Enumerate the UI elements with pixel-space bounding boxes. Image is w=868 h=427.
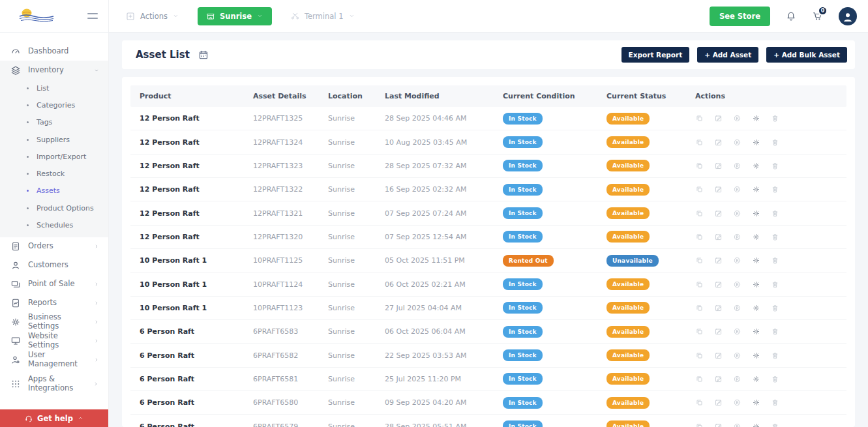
- sidebar-item-user-management[interactable]: User Management: [0, 351, 108, 370]
- calendar-filter-button[interactable]: [198, 50, 209, 60]
- add-bulk-asset-button[interactable]: + Add Bulk Asset: [766, 47, 847, 63]
- trash-action-button[interactable]: [771, 256, 779, 265]
- user-avatar[interactable]: [839, 7, 857, 25]
- actions-dropdown[interactable]: Actions: [125, 11, 179, 22]
- sidebar-item-product-options[interactable]: Product Options: [0, 199, 108, 216]
- sidebar-item-inventory[interactable]: Inventory: [0, 61, 108, 80]
- store-selector-button[interactable]: Sunrise: [198, 7, 272, 25]
- edit-action-button[interactable]: [714, 398, 723, 407]
- copy-action-button[interactable]: [695, 209, 704, 218]
- gear-action-button[interactable]: [752, 351, 760, 360]
- edit-action-button[interactable]: [714, 233, 723, 241]
- sidebar-item-tags[interactable]: Tags: [0, 114, 108, 131]
- edit-action-button[interactable]: [714, 138, 723, 147]
- copy-action-button[interactable]: [695, 162, 704, 170]
- trash-action-button[interactable]: [771, 280, 779, 289]
- edit-action-button[interactable]: [714, 304, 723, 312]
- registered-action-button[interactable]: [733, 327, 741, 336]
- sidebar-item-customers[interactable]: Customers: [0, 256, 108, 275]
- sidebar-item-business-settings[interactable]: Business Settings: [0, 313, 108, 332]
- sidebar-item-restock[interactable]: Restock: [0, 165, 108, 182]
- registered-action-button[interactable]: [733, 162, 741, 170]
- sidebar-item-apps-integrations[interactable]: Apps & Integrations: [0, 370, 108, 398]
- trash-action-button[interactable]: [771, 398, 779, 407]
- trash-action-button[interactable]: [771, 114, 779, 123]
- registered-action-button[interactable]: [733, 114, 741, 123]
- trash-action-button[interactable]: [771, 327, 779, 336]
- edit-action-button[interactable]: [714, 422, 723, 427]
- copy-action-button[interactable]: [695, 351, 704, 360]
- registered-action-button[interactable]: [733, 209, 741, 218]
- trash-action-button[interactable]: [771, 375, 779, 383]
- sidebar-item-suppliers[interactable]: Suppliers: [0, 131, 108, 148]
- see-store-button[interactable]: See Store: [710, 7, 770, 26]
- get-help-button[interactable]: Get help: [0, 409, 108, 427]
- copy-action-button[interactable]: [695, 280, 704, 289]
- registered-action-button[interactable]: [733, 351, 741, 360]
- sidebar-item-reports[interactable]: Reports: [0, 294, 108, 313]
- sidebar-item-categories[interactable]: Categories: [0, 96, 108, 113]
- sidebar-toggle-button[interactable]: [86, 10, 99, 22]
- copy-action-button[interactable]: [695, 185, 704, 194]
- registered-action-button[interactable]: [733, 304, 741, 312]
- registered-action-button[interactable]: [733, 398, 741, 407]
- gear-action-button[interactable]: [752, 162, 760, 170]
- sidebar-item-schedules[interactable]: Schedules: [0, 216, 108, 233]
- registered-action-button[interactable]: [733, 256, 741, 265]
- gear-action-button[interactable]: [752, 114, 760, 123]
- edit-action-button[interactable]: [714, 327, 723, 336]
- gear-action-button[interactable]: [752, 209, 760, 218]
- edit-action-button[interactable]: [714, 256, 723, 265]
- registered-action-button[interactable]: [733, 233, 741, 241]
- cart-button[interactable]: 0: [812, 10, 824, 22]
- edit-action-button[interactable]: [714, 185, 723, 194]
- gear-action-button[interactable]: [752, 304, 760, 312]
- export-report-button[interactable]: Export Report: [621, 47, 690, 63]
- edit-action-button[interactable]: [714, 280, 723, 289]
- edit-action-button[interactable]: [714, 114, 723, 123]
- gear-action-button[interactable]: [752, 327, 760, 336]
- gear-action-button[interactable]: [752, 138, 760, 147]
- sidebar-item-orders[interactable]: Orders: [0, 237, 108, 256]
- gear-action-button[interactable]: [752, 422, 760, 427]
- sidebar-item-point-of-sale[interactable]: Point of Sale: [0, 275, 108, 294]
- registered-action-button[interactable]: [733, 422, 741, 427]
- sidebar-item-list[interactable]: List: [0, 80, 108, 96]
- trash-action-button[interactable]: [771, 185, 779, 194]
- trash-action-button[interactable]: [771, 304, 779, 312]
- edit-action-button[interactable]: [714, 351, 723, 360]
- edit-action-button[interactable]: [714, 162, 723, 170]
- bell-icon[interactable]: [785, 10, 797, 22]
- copy-action-button[interactable]: [695, 375, 704, 383]
- terminal-dropdown[interactable]: Terminal 1: [290, 11, 355, 21]
- sidebar-item-import-export[interactable]: Import/Export: [0, 148, 108, 165]
- gear-action-button[interactable]: [752, 185, 760, 194]
- gear-action-button[interactable]: [752, 375, 760, 383]
- copy-action-button[interactable]: [695, 398, 704, 407]
- gear-action-button[interactable]: [752, 280, 760, 289]
- copy-action-button[interactable]: [695, 304, 704, 312]
- trash-action-button[interactable]: [771, 138, 779, 147]
- copy-action-button[interactable]: [695, 256, 704, 265]
- copy-action-button[interactable]: [695, 327, 704, 336]
- trash-action-button[interactable]: [771, 422, 779, 427]
- gear-action-button[interactable]: [752, 233, 760, 241]
- sidebar-item-assets[interactable]: Assets: [0, 183, 108, 199]
- add-asset-button[interactable]: + Add Asset: [697, 47, 758, 63]
- sidebar-item-website-settings[interactable]: Website Settings: [0, 332, 108, 351]
- trash-action-button[interactable]: [771, 233, 779, 241]
- gear-action-button[interactable]: [752, 398, 760, 407]
- gear-action-button[interactable]: [752, 256, 760, 265]
- registered-action-button[interactable]: [733, 375, 741, 383]
- trash-action-button[interactable]: [771, 209, 779, 218]
- edit-action-button[interactable]: [714, 375, 723, 383]
- trash-action-button[interactable]: [771, 351, 779, 360]
- registered-action-button[interactable]: [733, 138, 741, 147]
- copy-action-button[interactable]: [695, 422, 704, 427]
- copy-action-button[interactable]: [695, 114, 704, 123]
- trash-action-button[interactable]: [771, 162, 779, 170]
- registered-action-button[interactable]: [733, 185, 741, 194]
- sidebar-item-dashboard[interactable]: Dashboard: [0, 42, 108, 61]
- registered-action-button[interactable]: [733, 280, 741, 289]
- copy-action-button[interactable]: [695, 138, 704, 147]
